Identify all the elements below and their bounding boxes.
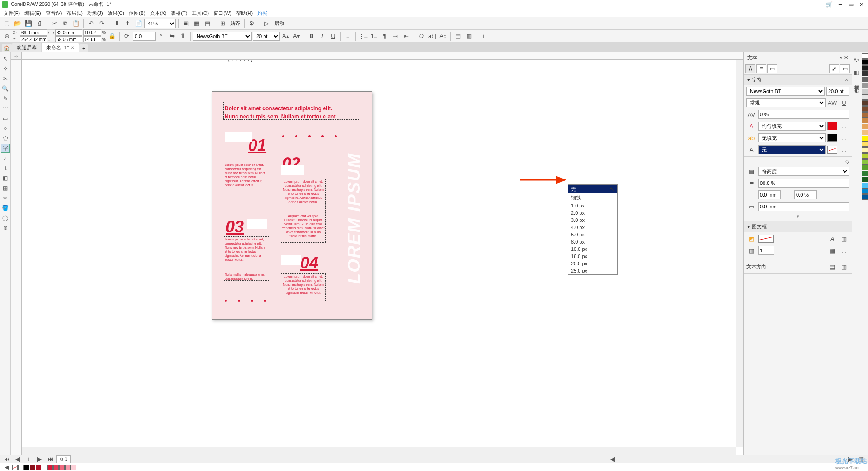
canvas-area[interactable]: ⊹ Dolor sit amet consectetur adipiscing … <box>11 52 743 455</box>
ruler-vertical[interactable] <box>11 60 22 455</box>
x-input[interactable] <box>20 29 47 36</box>
char-tab-icon[interactable]: A <box>745 64 755 73</box>
palette-swatch[interactable] <box>862 183 868 188</box>
palette-swatch[interactable] <box>862 136 868 141</box>
panel-font-select[interactable]: NewsGoth BT <box>746 87 825 96</box>
palette-swatch[interactable] <box>862 89 868 94</box>
frame-tab-icon[interactable]: ▭ <box>767 64 777 73</box>
palette-swatch[interactable] <box>862 153 868 159</box>
vertical-align-icon[interactable]: A <box>827 234 837 244</box>
options-icon[interactable]: ⚙ <box>247 19 257 28</box>
save-icon[interactable]: 💾 <box>24 19 33 28</box>
zoom-tool-icon[interactable]: 🔍 <box>1 84 10 93</box>
numbering-icon[interactable]: 1≡ <box>369 31 379 41</box>
ruler-origin[interactable]: ⊹ <box>11 52 22 60</box>
menu-layout[interactable]: 布局(L) <box>65 9 84 17</box>
dir-vertical-icon[interactable]: ▥ <box>839 262 849 272</box>
mirror-h-icon[interactable]: ⇋ <box>167 31 177 41</box>
menu-table[interactable]: 表格(T) <box>169 9 189 17</box>
section-arrow-icon[interactable]: ▾ <box>747 224 750 230</box>
menu-object[interactable]: 对象(J) <box>85 9 105 17</box>
menu-text[interactable]: 文本(X) <box>148 9 169 17</box>
colorbar-swatch[interactable] <box>59 465 65 470</box>
connector-tool-icon[interactable]: ⤵ <box>1 164 10 173</box>
side-label-objstyle[interactable]: 对象样式 <box>854 80 860 83</box>
menu-bitmap[interactable]: 位图(B) <box>127 9 147 17</box>
palette-swatch[interactable] <box>862 65 868 71</box>
dropdown-item[interactable]: 1.0 px <box>568 202 617 209</box>
palette-swatch[interactable] <box>862 94 868 100</box>
outline-width-select[interactable]: 无 <box>758 145 826 154</box>
pick-tool-icon[interactable]: ↖ <box>1 54 10 63</box>
fill-mode-select[interactable]: 均匀填充 <box>758 122 826 131</box>
body3b[interactable]: Nulla mollis malesuada urna, quis tincid… <box>225 273 268 281</box>
palette-swatch[interactable] <box>862 177 868 182</box>
palette-swatch[interactable] <box>862 141 868 147</box>
bold-button[interactable]: B <box>307 31 316 41</box>
sy-input[interactable] <box>83 36 101 42</box>
canvas[interactable]: Dolor sit amet consectetur adipiscing el… <box>22 60 736 447</box>
align-icon[interactable]: ≡ <box>343 31 353 41</box>
underline-button[interactable]: U <box>328 31 338 41</box>
purchase-icon[interactable]: 🛒 <box>825 1 834 8</box>
mm-input[interactable] <box>758 190 781 199</box>
interactive-char-icon[interactable]: O <box>416 31 426 41</box>
maximize-button[interactable]: ▭ <box>846 1 855 8</box>
shape-tool-icon[interactable]: ✧ <box>1 64 10 73</box>
fill-tool-icon[interactable]: 🪣 <box>1 203 10 212</box>
outline-width-more-icon[interactable]: … <box>839 145 849 155</box>
cut-icon[interactable]: ✂ <box>49 19 59 28</box>
grid-icon[interactable]: ▦ <box>192 19 202 28</box>
palette-swatch[interactable] <box>862 171 868 176</box>
mm-input2[interactable] <box>758 202 849 211</box>
section-gear-icon[interactable]: ○ <box>845 77 848 83</box>
frame-fill-icon[interactable]: ◩ <box>746 234 756 244</box>
dropshadow-tool-icon[interactable]: ◧ <box>1 174 10 183</box>
body2[interactable]: Lorem ipsum dolor sit amet, consectetur … <box>282 179 325 204</box>
dropdown-item[interactable]: 3.0 px <box>568 217 617 224</box>
add-tab[interactable]: + <box>79 44 88 52</box>
collapse-icon[interactable]: ▾ <box>746 213 849 219</box>
transparency-tool-icon[interactable]: ▨ <box>1 184 10 193</box>
text-frame-icon[interactable]: ▤ <box>453 31 463 41</box>
fullscreen-icon[interactable]: ▣ <box>181 19 191 28</box>
indent-dec-icon[interactable]: ⇤ <box>401 31 411 41</box>
minimize-button[interactable]: ━ <box>835 1 844 8</box>
para-tab-icon[interactable]: ≡ <box>756 64 766 73</box>
palette-swatch[interactable] <box>862 77 868 82</box>
w-input[interactable] <box>55 29 82 36</box>
menu-buy[interactable]: 购买 <box>255 9 269 17</box>
colorbar-swatch[interactable] <box>18 465 24 470</box>
rotation-input[interactable] <box>133 32 156 41</box>
paste-icon[interactable]: 📋 <box>71 19 81 28</box>
outline-more-icon[interactable]: … <box>839 133 849 143</box>
dir-horizontal-icon[interactable]: ▤ <box>827 262 837 272</box>
dropdown-item[interactable]: 20.0 px <box>568 260 617 267</box>
fontsize-down-icon[interactable]: A▾ <box>292 31 302 41</box>
colorbar-swatch[interactable] <box>47 465 53 470</box>
more-tools-icon[interactable]: ⊕ <box>1 223 10 232</box>
last-page-icon[interactable]: ⏭ <box>45 454 55 464</box>
sx-input[interactable] <box>83 29 101 36</box>
palette-swatch[interactable] <box>862 71 868 76</box>
panel-style-select[interactable]: 常规 <box>746 98 826 107</box>
text-tool-icon[interactable]: 字 <box>1 144 10 153</box>
freehand-tool-icon[interactable]: ✎ <box>1 94 10 103</box>
export-icon[interactable]: ⬆ <box>123 19 132 28</box>
open-icon[interactable]: 📂 <box>13 19 23 28</box>
eyedropper-tool-icon[interactable]: ✏ <box>1 193 10 203</box>
dropdown-item[interactable]: 4.0 px <box>568 224 617 231</box>
palette-swatch[interactable] <box>862 83 868 88</box>
colorbar-swatch[interactable] <box>30 465 35 470</box>
polygon-tool-icon[interactable]: ⬠ <box>1 134 10 143</box>
page-title-text[interactable]: Dolor sit amet consectetur adipiscing el… <box>225 104 358 121</box>
home-tab[interactable]: 🏠 <box>2 44 12 52</box>
menu-edit[interactable]: 编辑(E) <box>23 9 43 17</box>
scrollbar-vertical[interactable] <box>736 60 743 447</box>
body3[interactable]: Lorem ipsum dolor sit amet, consectetur … <box>225 237 268 262</box>
columns-icon[interactable]: ▥ <box>464 31 474 41</box>
h-input[interactable] <box>55 36 82 42</box>
page-artwork[interactable]: Dolor sit amet consectetur adipiscing el… <box>212 91 372 320</box>
side-icon2[interactable]: ◧ <box>852 68 861 77</box>
docker-close-icon[interactable]: ✕ <box>844 55 848 61</box>
